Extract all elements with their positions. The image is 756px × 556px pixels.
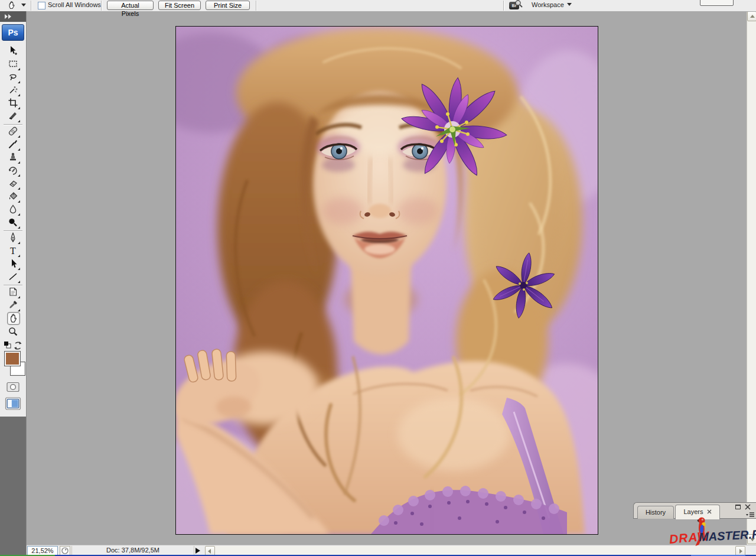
eyedropper-tool[interactable] <box>8 300 19 311</box>
divider <box>256 1 257 11</box>
spot-healing-brush-tool[interactable] <box>8 126 19 138</box>
print-size-button[interactable]: Print Size <box>206 1 250 10</box>
notes-tool[interactable] <box>8 287 19 298</box>
photoshop-logo: Ps <box>2 24 24 41</box>
dodge-tool[interactable] <box>8 217 19 229</box>
document-canvas[interactable] <box>175 26 598 535</box>
divider <box>31 1 32 11</box>
magnifier-overlay-icon <box>514 0 523 8</box>
eraser-tool[interactable] <box>8 178 19 190</box>
zoom-level-field[interactable]: 21,52% <box>27 546 58 555</box>
hand-tool[interactable] <box>8 313 19 324</box>
divider <box>101 1 102 11</box>
document-size-info[interactable]: Doc: 37,8M/92,5M <box>71 546 194 555</box>
workspace-label[interactable]: Workspace <box>532 1 564 8</box>
slice-tool[interactable] <box>8 110 19 122</box>
actual-pixels-button[interactable]: Actual Pixels <box>107 1 154 10</box>
panel-menu-icon[interactable] <box>746 512 754 518</box>
tab-history[interactable]: History <box>637 506 674 519</box>
workspace-caret-icon[interactable] <box>567 3 572 6</box>
blur-tool[interactable] <box>8 204 19 216</box>
divider <box>503 1 504 11</box>
fit-screen-button[interactable]: Fit Screen <box>158 1 201 10</box>
timing-icon[interactable] <box>60 546 70 555</box>
layers-panel-titlebar: History Layers <box>633 502 756 519</box>
divider <box>4 285 22 286</box>
panel-minimize-icon[interactable] <box>735 505 741 509</box>
path-selection-tool[interactable] <box>8 258 19 270</box>
panel-close-icon[interactable] <box>745 504 751 510</box>
divider <box>4 124 22 125</box>
bridge-icon[interactable]: Br <box>509 1 524 10</box>
cropped-button[interactable] <box>700 0 734 6</box>
hand-tool-icon <box>6 0 18 12</box>
layers-tab-close-icon[interactable] <box>707 509 712 514</box>
zoom-tool[interactable] <box>8 326 19 338</box>
toolbox-collapse-bar[interactable] <box>0 11 26 22</box>
toolbox: Ps <box>0 11 27 556</box>
options-bar: Scroll All Windows Actual Pixels Fit Scr… <box>0 0 756 12</box>
lasso-tool[interactable] <box>8 71 19 83</box>
type-tool[interactable]: T <box>8 245 19 257</box>
status-popup-arrow-icon[interactable] <box>195 548 200 554</box>
tab-layers[interactable]: Layers <box>675 505 720 519</box>
scroll-up-button[interactable] <box>747 11 756 21</box>
screen-mode-button[interactable] <box>5 396 21 411</box>
scroll-down-button[interactable] <box>747 534 756 544</box>
portrait-painting <box>176 27 598 534</box>
scroll-all-windows-checkbox[interactable] <box>38 2 45 9</box>
svg-text:T: T <box>10 246 16 256</box>
crop-tool[interactable] <box>8 97 19 109</box>
rectangular-marquee-tool[interactable] <box>8 58 19 70</box>
quick-mask-button[interactable] <box>6 381 20 393</box>
tools-area: Ps <box>0 22 26 417</box>
magic-wand-tool[interactable] <box>8 84 19 96</box>
divider <box>4 230 22 232</box>
clone-stamp-tool[interactable] <box>8 152 19 164</box>
tab-layers-label: Layers <box>683 508 703 515</box>
history-brush-tool[interactable] <box>8 165 19 177</box>
move-tool[interactable] <box>8 45 19 57</box>
tool-preset-caret-icon[interactable] <box>21 4 26 6</box>
brush-tool[interactable] <box>8 139 19 151</box>
line-tool[interactable] <box>8 271 19 283</box>
vertical-scrollbar[interactable] <box>747 11 756 545</box>
foreground-color-swatch[interactable] <box>5 352 20 366</box>
paint-bucket-tool[interactable] <box>8 191 19 203</box>
swap-colors-icon[interactable] <box>4 341 22 350</box>
scroll-all-windows-label: Scroll All Windows <box>48 1 101 8</box>
double-chevron-icon <box>2 11 14 22</box>
pen-tool[interactable] <box>8 232 19 244</box>
